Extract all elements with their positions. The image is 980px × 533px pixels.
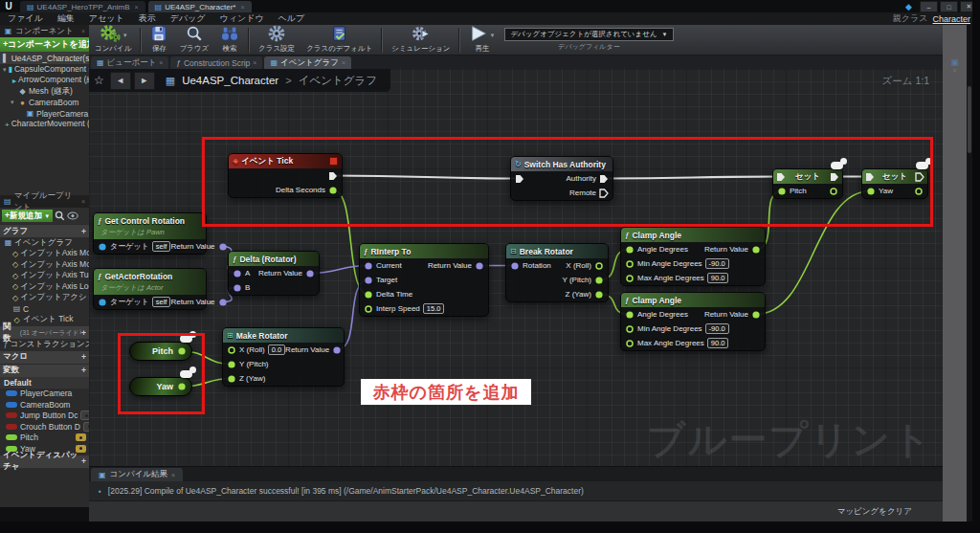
add-macro-icon[interactable]: +: [81, 352, 86, 362]
node-get-pitch[interactable]: Pitch: [129, 342, 192, 361]
favorite-star-icon[interactable]: ☆: [94, 74, 104, 87]
pin-break-z[interactable]: [594, 290, 604, 300]
play-button[interactable]: ▼再生: [463, 25, 501, 56]
minimize-button[interactable]: –: [920, 1, 938, 12]
parent-class-link[interactable]: Character: [932, 14, 970, 24]
pin-rinterp-is[interactable]: [364, 304, 373, 314]
pin-rinterp-cur[interactable]: [364, 261, 373, 271]
value-box[interactable]: -90.0: [705, 323, 729, 334]
browse-button[interactable]: ブラウズ: [173, 25, 214, 56]
node-set-yaw[interactable]: セットYaw: [861, 168, 928, 199]
add-new-button[interactable]: +新規追加 ▼: [2, 210, 53, 222]
clear-mapping-button[interactable]: マッピングをクリア: [837, 506, 912, 518]
search-icon[interactable]: [55, 211, 65, 221]
variables-section-header[interactable]: 変数 +: [0, 365, 89, 377]
function-item-0[interactable]: ƒコンストラクションス: [0, 339, 89, 350]
node-set-pitch[interactable]: セットPitch: [772, 168, 843, 199]
pin-make-y[interactable]: [227, 360, 236, 369]
graphs-section-header[interactable]: グラフ +: [0, 225, 89, 237]
component-item-4[interactable]: ▣PlayerCamera: [0, 108, 89, 120]
graph-item-1[interactable]: ◇インプットAxis Mov: [0, 249, 89, 260]
pin-make-rv[interactable]: [332, 345, 342, 355]
close-icon[interactable]: ×: [135, 4, 139, 11]
variable-playercamera[interactable]: PlayerCamera: [0, 389, 89, 400]
pin-make-x[interactable]: [227, 345, 236, 355]
pin-sety-execout[interactable]: [915, 172, 924, 182]
close-icon[interactable]: ×: [253, 59, 256, 66]
node-break-rotator[interactable]: ⊟Break RotatorRotationX (Roll)Y (Pitch)Z…: [505, 243, 609, 302]
close-icon[interactable]: ×: [952, 67, 956, 74]
close-icon[interactable]: ×: [159, 59, 163, 66]
pin-sety-execin[interactable]: [865, 172, 875, 182]
event-graph-canvas[interactable]: ◈イベント TickDelta Seconds↻Switch Has Autho…: [89, 69, 943, 466]
nav-back-button[interactable]: ◄: [110, 72, 131, 90]
pin-tick-ds[interactable]: [328, 186, 338, 195]
breadcrumb-current[interactable]: イベントグラフ: [299, 74, 377, 88]
value-box[interactable]: -90.0: [705, 258, 729, 269]
menu-item-1[interactable]: 編集: [57, 12, 75, 25]
pin-setp-out[interactable]: [829, 187, 838, 196]
value-box[interactable]: 90.0: [707, 273, 729, 283]
variable-category-default[interactable]: Default: [0, 377, 89, 389]
myblueprint-panel-tab[interactable]: ▤ マイブループリント ×: [0, 195, 89, 208]
collapsed-details-panel[interactable]: ▣ ×: [943, 25, 967, 522]
eye-open-icon[interactable]: [76, 433, 86, 441]
graph-item-6[interactable]: ▤C: [0, 303, 89, 315]
debug-object-dropdown[interactable]: デバッグオブジェクトが選択されていません▼: [504, 28, 673, 41]
simulate-button[interactable]: シミュレーション: [386, 25, 456, 56]
pin-rinterp-tgt[interactable]: [364, 276, 373, 285]
pin-delta-rv[interactable]: [305, 269, 315, 278]
value-box[interactable]: 90.0: [707, 338, 729, 348]
pin-break-y[interactable]: [594, 276, 604, 285]
pin-make-z[interactable]: [227, 374, 236, 384]
value-box[interactable]: self: [152, 241, 171, 252]
component-item-1[interactable]: ▸ArrowComponent (継: [0, 76, 89, 87]
pin-setp-execin[interactable]: [776, 172, 786, 182]
menu-item-0[interactable]: ファイル: [8, 12, 43, 25]
node-clamp-angle-2[interactable]: ƒClamp AngleAngle DegreesReturn ValueMin…: [620, 292, 766, 351]
macros-section-header[interactable]: マクロ +: [0, 351, 89, 364]
graph-scrollbar-thumb[interactable]: [968, 86, 971, 153]
graph-tab-2[interactable]: ▦イベントグラフ×: [264, 56, 351, 69]
pin-clamp2-min[interactable]: [625, 324, 635, 334]
pin-delta-a[interactable]: [233, 269, 242, 278]
add-function-icon[interactable]: +: [81, 328, 86, 338]
pin-clamp2-ang[interactable]: [625, 310, 635, 320]
eye-open-icon[interactable]: [76, 445, 86, 453]
add-variable-icon[interactable]: +: [81, 366, 86, 375]
variable-pitch[interactable]: Pitch: [0, 433, 89, 444]
pin-rinterp-rv[interactable]: [475, 261, 484, 271]
pin-break-x[interactable]: [594, 261, 604, 271]
variable-jump-button-dc[interactable]: Jump Button Dc: [0, 411, 89, 422]
pin-gcr-rv[interactable]: [218, 242, 228, 252]
asset-tab-0[interactable]: ▤UE4ASP_HeroTPP_AnimB×: [20, 1, 145, 12]
graph-tab-0[interactable]: ▦ビューポート×: [91, 56, 168, 69]
dispatcher-section-header[interactable]: イベントディスパッチャ +: [0, 455, 89, 468]
pin-gar-t[interactable]: [98, 298, 107, 307]
pin-sety-in[interactable]: [866, 187, 876, 196]
class-defaults-button[interactable]: クラスのデフォルト: [301, 25, 378, 56]
graph-item-4[interactable]: ◇インプットAxis Loo: [0, 281, 89, 293]
add-graph-icon[interactable]: +: [81, 227, 86, 236]
chevron-down-icon[interactable]: ▼: [122, 33, 128, 38]
menu-item-3[interactable]: 表示: [139, 12, 156, 25]
node-get-actor-rotation[interactable]: ƒGetActorRotationターゲットは ActorターゲットselfRe…: [93, 268, 207, 310]
node-get-control-rotation[interactable]: ƒGet Control Rotationターゲットは Pawnターゲットsel…: [93, 212, 207, 255]
variable-crouch-button-d[interactable]: Crouch Button D: [0, 421, 89, 433]
eye-closed-icon[interactable]: [80, 411, 89, 420]
add-component-button[interactable]: +コンポーネントを追加: [0, 37, 89, 52]
pin-clamp1-max[interactable]: [625, 274, 635, 283]
pin-switch-auth[interactable]: [599, 174, 609, 184]
pin-sety-out[interactable]: [914, 187, 924, 196]
chevron-down-icon[interactable]: ▼: [489, 33, 495, 38]
pin-clamp2-rv[interactable]: [751, 310, 761, 320]
node-make-rotator[interactable]: ⊞Make RotatorX (Roll)0.0Return ValueY (P…: [222, 327, 345, 387]
graph-item-0[interactable]: ▦イベントグラフ: [0, 237, 89, 249]
component-item-5[interactable]: +CharacterMovement (継: [0, 120, 89, 131]
components-panel-tab[interactable]: ▣ コンポーネント ×: [0, 25, 89, 37]
node-event-tick[interactable]: ◈イベント TickDelta Seconds: [228, 153, 343, 198]
value-box[interactable]: 15.0: [423, 303, 445, 314]
menu-item-4[interactable]: デバッグ: [170, 12, 206, 25]
component-item-0[interactable]: ▾▮CapsuleComponent (継: [0, 64, 89, 76]
pin-switch-remote[interactable]: [599, 189, 609, 198]
